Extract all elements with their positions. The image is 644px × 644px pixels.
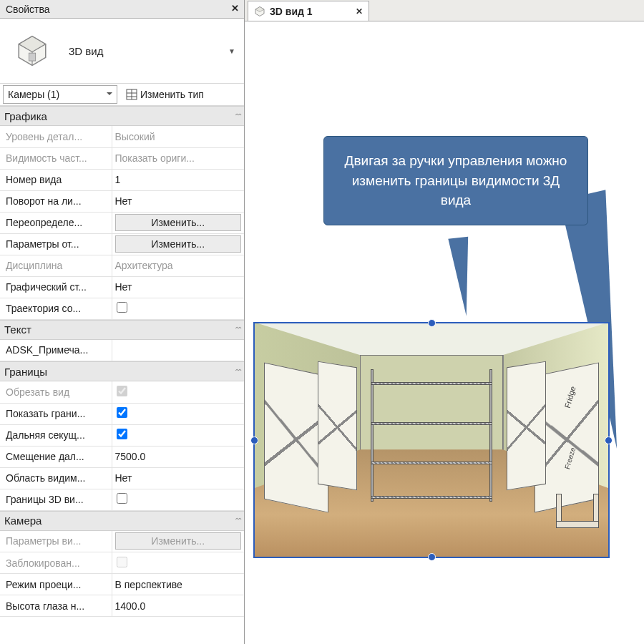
chevron-down-icon[interactable]: ▼ (228, 47, 235, 55)
label: ADSK_Примеча... (0, 340, 112, 361)
view-params-edit-button[interactable]: Изменить... (115, 532, 242, 550)
collapse-icon: ⌃⌃ (234, 326, 240, 333)
type-selector[interactable]: 3D вид ▼ (0, 19, 244, 83)
type-label: 3D вид (69, 45, 103, 57)
view3d-icon (254, 6, 265, 17)
label: Параметры ви... (0, 531, 112, 552)
instance-row: Камеры (1) Изменить тип (0, 83, 244, 106)
group-title: Камера (4, 514, 42, 527)
row-bounds-3d: Границы 3D ви... (0, 489, 244, 510)
collapse-icon: ⌃⌃ (234, 368, 240, 376)
value[interactable]: Нет (112, 276, 244, 298)
value[interactable]: Нет (112, 467, 244, 489)
instance-selector-value: Камеры (1) (8, 89, 59, 100)
row-detail-level: Уровень детал... Высокий (0, 126, 244, 147)
props-table-graphics: Уровень детал... Высокий Видимость част.… (0, 126, 244, 320)
edit-type-icon (126, 89, 137, 100)
value[interactable]: В перспективе (112, 574, 244, 595)
value[interactable] (112, 340, 244, 361)
row-overrides: Переопределе... Изменить... (0, 212, 244, 233)
collapse-icon: ⌃⌃ (234, 112, 240, 120)
type-label-wrap: 3D вид ▼ (62, 45, 240, 57)
properties-panel: Свойства ✕ 3D вид ▼ Камеры (1) (0, 0, 245, 644)
row-adsk-note: ADSK_Примеча... (0, 340, 244, 361)
value[interactable]: 7500.0 (112, 446, 244, 467)
crop-view-checkbox (117, 386, 127, 396)
props-table-text: ADSK_Примеча... (0, 340, 244, 362)
view-tab-bar: 3D вид 1 ✕ (245, 0, 644, 21)
row-locked: Заблокирован... (0, 552, 244, 574)
label: Границы 3D ви... (0, 489, 112, 510)
label: Уровень детал... (0, 126, 112, 147)
viewport-canvas[interactable]: Двигая за ручки управления можно изменит… (245, 21, 644, 644)
far-clip-checkbox[interactable] (117, 429, 127, 439)
crop-handle-left[interactable] (250, 436, 258, 444)
group-title: Текст (4, 323, 31, 336)
locked-checkbox (117, 557, 127, 567)
label: Дальняя секущ... (0, 424, 112, 446)
row-crop-view: Обрезать вид (0, 381, 244, 403)
props-table-camera: Параметры ви... Изменить... Заблокирован… (0, 531, 244, 618)
properties-body[interactable]: Графика ⌃⌃ Уровень детал... Высокий Види… (0, 106, 244, 644)
row-graphic-style: Графический ст... Нет (0, 276, 244, 298)
props-table-boundaries: Обрезать вид Показать грани... Дальняя с… (0, 381, 244, 511)
label: Поворот на ли... (0, 190, 112, 212)
show-crop-checkbox[interactable] (117, 407, 127, 418)
crop-handle-top[interactable] (428, 319, 436, 327)
row-rotation: Поворот на ли... Нет (0, 190, 244, 212)
collapse-icon: ⌃⌃ (234, 517, 240, 525)
view3d-icon (3, 24, 62, 77)
crop-handle-bottom[interactable] (428, 553, 436, 561)
panel-close-button[interactable]: ✕ (228, 3, 241, 16)
group-header-graphics[interactable]: Графика ⌃⌃ (0, 106, 244, 126)
group-header-boundaries[interactable]: Границы ⌃⌃ (0, 361, 244, 381)
row-display-params: Параметры от... Изменить... (0, 233, 244, 255)
crop-region[interactable] (253, 322, 610, 558)
tab-close-button[interactable]: ✕ (356, 6, 363, 16)
group-header-text[interactable]: Текст ⌃⌃ (0, 320, 244, 340)
callout-tail (448, 237, 476, 317)
panel-title: Свойства (6, 4, 228, 15)
label: Высота глаза н... (0, 595, 112, 617)
svg-rect-3 (29, 53, 35, 61)
row-far-offset: Смещение дал... 7500.0 (0, 446, 244, 467)
callout-text: Двигая за ручки управления можно изменит… (345, 153, 567, 208)
row-projection: Режим проеци... В перспективе (0, 574, 244, 595)
label: Траектория со... (0, 298, 112, 319)
callout-box: Двигая за ручки управления можно изменит… (323, 136, 588, 225)
label: Обрезать вид (0, 381, 112, 403)
label: Переопределе... (0, 212, 112, 233)
value: Высокий (112, 126, 244, 147)
edit-type-button[interactable]: Изменить тип (123, 87, 207, 102)
value[interactable]: Нет (112, 190, 244, 212)
row-show-crop: Показать грани... (0, 403, 244, 424)
row-view-number: Номер вида 1 (0, 169, 244, 190)
label: Номер вида (0, 169, 112, 190)
row-discipline: Дисциплина Архитектура (0, 255, 244, 276)
group-title: Графика (4, 110, 47, 122)
edit-type-label: Изменить тип (140, 89, 204, 100)
bounds-3d-checkbox[interactable] (117, 493, 127, 504)
viewport-area: 3D вид 1 ✕ Двигая за ручки управления мо… (245, 0, 644, 644)
view-tab-3d[interactable]: 3D вид 1 ✕ (248, 1, 369, 21)
label: Дисциплина (0, 255, 112, 276)
label: Область видим... (0, 467, 112, 489)
row-view-params: Параметры ви... Изменить... (0, 531, 244, 552)
instance-selector[interactable]: Камеры (1) (3, 85, 117, 104)
group-header-camera[interactable]: Камера ⌃⌃ (0, 511, 244, 531)
overrides-edit-button[interactable]: Изменить... (115, 214, 242, 231)
row-far-clip: Дальняя секущ... (0, 424, 244, 446)
row-sun-path: Траектория со... (0, 298, 244, 319)
value[interactable]: 1400.0 (112, 595, 244, 617)
label: Режим проеци... (0, 574, 112, 595)
value: Архитектура (112, 255, 244, 276)
sun-path-checkbox[interactable] (117, 302, 127, 313)
display-params-edit-button[interactable]: Изменить... (115, 235, 242, 253)
row-visible-area: Область видим... Нет (0, 467, 244, 489)
panel-titlebar: Свойства ✕ (0, 0, 244, 19)
group-title: Границы (4, 366, 47, 378)
crop-handle-right[interactable] (605, 436, 613, 444)
row-visibility: Видимость част... Показать ориги... (0, 147, 244, 169)
value[interactable]: 1 (112, 169, 244, 190)
label: Показать грани... (0, 403, 112, 424)
